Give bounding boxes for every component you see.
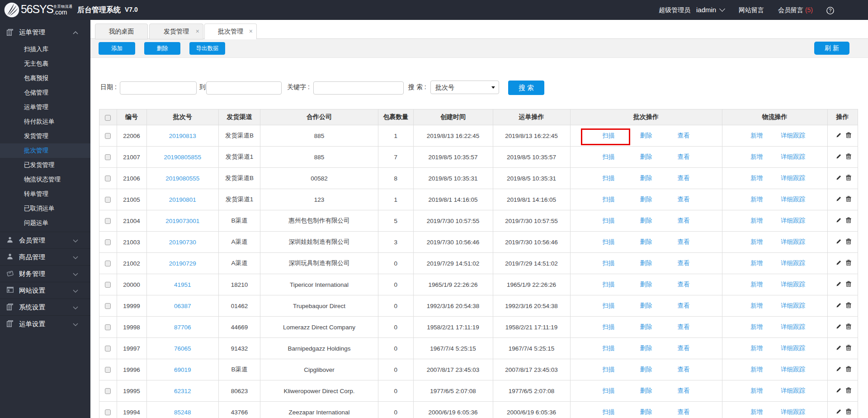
svg-text:?: ? — [829, 8, 832, 13]
